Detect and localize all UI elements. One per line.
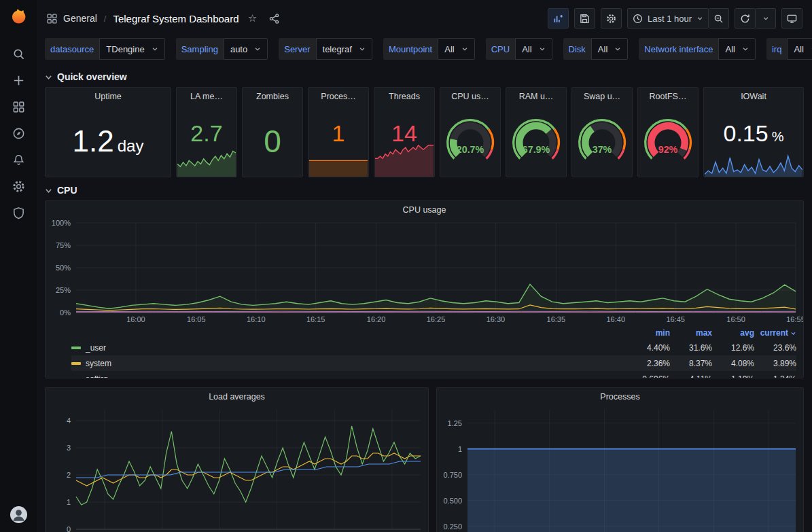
- panel-title[interactable]: RAM u…: [506, 88, 566, 105]
- chevron-down-icon: [45, 187, 52, 194]
- grafana-logo[interactable]: [8, 7, 29, 27]
- star-icon[interactable]: ☆: [245, 10, 261, 26]
- svg-text:37%: 37%: [593, 144, 612, 155]
- dashboard-settings-gear-icon[interactable]: [601, 8, 622, 29]
- legend-col-current[interactable]: current: [754, 328, 796, 338]
- panel-la-medium: LA me… 2.7: [176, 87, 237, 177]
- panel-title[interactable]: Uptime: [46, 88, 171, 105]
- sparkline: [705, 151, 802, 177]
- series-toggle[interactable]: _user: [71, 343, 628, 353]
- series-toggle[interactable]: softirq: [71, 374, 628, 378]
- panel-title[interactable]: RootFS…: [638, 88, 698, 105]
- cycle-view-mode-button[interactable]: [781, 8, 802, 29]
- stat-value: 0.15%: [724, 122, 784, 145]
- panel-title[interactable]: Swap u…: [572, 88, 632, 105]
- stat-value: 1: [332, 122, 345, 145]
- breadcrumb-section[interactable]: General: [63, 13, 97, 24]
- variable-value-dropdown[interactable]: All: [438, 38, 474, 60]
- panel-cpu-usage: CPU usage 0%25%50%75%100%16:0016:0516:10…: [45, 200, 804, 378]
- user-avatar-button[interactable]: [10, 506, 28, 524]
- gauge: 37%: [571, 114, 633, 169]
- save-dashboard-button[interactable]: [574, 8, 595, 29]
- panel-title[interactable]: Threads: [374, 88, 434, 105]
- cpu-usage-chart[interactable]: 0%25%50%75%100%16:0016:0516:1016:1516:20…: [49, 219, 800, 325]
- svg-text:67.9%: 67.9%: [523, 144, 550, 155]
- variable-value-dropdown[interactable]: TDengine: [99, 38, 164, 60]
- panel-cpu-used-gauge: CPU us… 20.7%: [440, 87, 501, 177]
- zoom-out-button[interactable]: [709, 8, 729, 29]
- sort-caret-icon: [790, 330, 796, 336]
- panel-title[interactable]: CPU us…: [440, 88, 500, 105]
- variable-value-dropdown[interactable]: All: [787, 38, 812, 60]
- chevron-down-icon: [742, 46, 749, 52]
- panel-title[interactable]: Processes: [437, 388, 803, 406]
- explore-compass-icon[interactable]: [4, 120, 33, 147]
- panel-load-averages: Load averages 0123416:0016:1016:2016:301…: [45, 387, 429, 532]
- panel-zombies: Zombies 0: [242, 87, 303, 177]
- refresh-interval-dropdown[interactable]: [756, 8, 776, 29]
- panel-title[interactable]: CPU usage: [46, 201, 803, 219]
- chevron-down-icon: [359, 46, 366, 52]
- create-plus-icon[interactable]: [4, 67, 33, 94]
- variable-value-dropdown[interactable]: telegraf: [316, 38, 372, 60]
- svg-text:92%: 92%: [658, 144, 678, 155]
- variable-irq: irq All: [766, 38, 812, 60]
- stat-value: 0: [264, 126, 281, 157]
- panel-title[interactable]: LA me…: [177, 88, 236, 105]
- variable-value-dropdown[interactable]: All: [591, 38, 628, 60]
- top-nav: General / Telegraf System Dashboard ☆: [37, 0, 812, 37]
- gauge: 92%: [637, 114, 699, 169]
- chevron-down-icon: [152, 46, 158, 52]
- server-admin-shield-icon[interactable]: [4, 200, 33, 226]
- variable-label: Network interface: [639, 38, 718, 60]
- refresh-controls: [735, 8, 776, 29]
- configuration-gear-icon[interactable]: [4, 173, 33, 200]
- add-panel-button[interactable]: [548, 8, 569, 29]
- section-cpu[interactable]: CPU: [45, 180, 804, 200]
- section-quick-overview[interactable]: Quick overview: [45, 67, 804, 87]
- cpu-usage-legend: min max avg current _user 4.40% 31.: [46, 325, 803, 378]
- alerting-bell-icon[interactable]: [4, 147, 33, 173]
- panel-title[interactable]: Proces…: [308, 88, 368, 105]
- sidebar: [0, 0, 37, 532]
- panel-uptime: Uptime 1.2day: [45, 87, 171, 177]
- gauge: 67.9%: [506, 114, 567, 169]
- series-color-swatch: [71, 378, 81, 378]
- refresh-button[interactable]: [735, 8, 756, 29]
- time-range-picker[interactable]: Last 1 hour: [627, 8, 709, 29]
- share-icon[interactable]: [266, 10, 283, 26]
- legend-col-max[interactable]: max: [670, 328, 712, 338]
- legend-col-avg[interactable]: avg: [712, 328, 754, 338]
- variable-datasource: datasource TDengine: [45, 38, 165, 60]
- variable-value-dropdown[interactable]: All: [515, 38, 552, 60]
- variable-label: Server: [279, 38, 315, 60]
- variable-mountpoint: Mountpoint All: [383, 38, 475, 60]
- time-controls: Last 1 hour: [627, 8, 729, 29]
- panel-title[interactable]: Zombies: [243, 88, 302, 105]
- sparkline: [309, 156, 368, 177]
- load-averages-chart[interactable]: 0123416:0016:1016:2016:3016:4016:50: [49, 406, 425, 532]
- stat-value: 14: [391, 122, 417, 145]
- top-nav-actions: Last 1 hour: [548, 8, 802, 29]
- processes-chart[interactable]: 0.2500.5000.75011.25: [440, 406, 800, 532]
- series-color-swatch: [71, 362, 81, 365]
- panel-title[interactable]: Load averages: [46, 388, 428, 406]
- legend-col-min[interactable]: min: [628, 328, 670, 338]
- search-icon[interactable]: [4, 41, 33, 67]
- variable-label: CPU: [486, 38, 515, 60]
- variable-value-dropdown[interactable]: auto: [224, 38, 268, 60]
- variable-cpu: CPU All: [486, 38, 552, 60]
- series-toggle[interactable]: system: [71, 359, 628, 368]
- sparkline: [177, 145, 236, 177]
- clock-icon: [633, 14, 643, 24]
- dashboards-icon[interactable]: [4, 94, 33, 120]
- panel-rootfs-gauge: RootFS… 92%: [637, 87, 699, 177]
- panel-iowait: IOWait 0.15%: [703, 87, 804, 177]
- dashboard-content: Quick overview Uptime 1.2day LA me… 2.: [37, 67, 812, 532]
- panel-processes-chart: Processes 0.2500.5000.75011.25: [436, 387, 804, 532]
- panel-title[interactable]: IOWait: [704, 88, 803, 105]
- dashboard-title[interactable]: Telegraf System Dashboard: [113, 13, 239, 24]
- time-range-label: Last 1 hour: [648, 14, 692, 24]
- variable-value-dropdown[interactable]: All: [718, 38, 755, 60]
- variable-disk: Disk All: [563, 38, 629, 60]
